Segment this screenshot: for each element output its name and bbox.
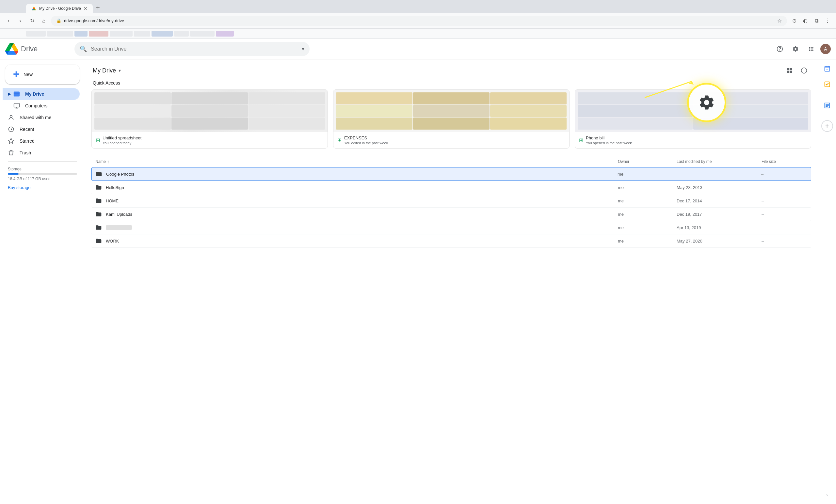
search-input[interactable] <box>91 46 298 52</box>
sidebar-item-label-recent: Recent <box>20 127 34 132</box>
my-drive-icon <box>13 91 20 97</box>
forward-button[interactable]: › <box>16 16 25 25</box>
new-plus-icon: ✚ <box>13 70 20 79</box>
sheets-icon-1: ⊞ <box>337 137 342 143</box>
file-row-kami-uploads[interactable]: Kami Uploads me Dec 19, 2017 – <box>92 208 811 221</box>
owner-column-label: Owner <box>618 159 677 164</box>
file-owner-hellosign: me <box>618 185 677 190</box>
sidebar-item-recent[interactable]: Recent <box>3 123 80 135</box>
file-row-work[interactable]: WORK me May 27, 2020 – <box>92 234 811 248</box>
card-info-1: ⊞ EXPENSES You edited in the past week <box>334 132 569 148</box>
sidebar-item-trash[interactable]: Trash <box>3 147 80 159</box>
search-bar: 🔍 ▾ <box>74 42 309 56</box>
bookmark-item-1[interactable] <box>26 31 46 37</box>
storage-used-text: 18.4 GB of 117 GB used <box>8 177 77 181</box>
more-menu-button[interactable]: ⋮ <box>823 16 832 25</box>
reload-button[interactable]: ↻ <box>27 16 37 25</box>
card-meta-0: You opened today <box>102 141 324 145</box>
sidebar-item-shared-with-me[interactable]: Shared with me <box>3 112 80 123</box>
right-panel: 31 + › <box>818 59 836 504</box>
shared-with-me-icon <box>8 114 14 121</box>
my-drive-expand-icon: ▶ <box>8 92 11 96</box>
card-info-2: ⊞ Phone bill You opened in the past week <box>575 132 811 148</box>
extensions-button[interactable]: ⧉ <box>812 16 821 25</box>
computers-icon <box>13 102 20 109</box>
tab-title: My Drive - Google Drive <box>39 6 81 11</box>
avatar[interactable]: A <box>820 44 831 54</box>
file-row-hellosign[interactable]: HelloSign me May 23, 2013 – <box>92 181 811 194</box>
bookmark-item-3[interactable] <box>74 31 88 37</box>
right-panel-notes-button[interactable] <box>821 99 834 112</box>
file-modified-blurred: Apr 13, 2019 <box>677 225 762 230</box>
app-header: Drive 🔍 ▾ A <box>0 39 836 59</box>
header-actions: A <box>773 42 831 56</box>
sidebar-item-computers[interactable]: ▶ Computers <box>3 100 80 112</box>
grid-view-button[interactable] <box>784 65 796 76</box>
file-size-column-label: File size <box>762 159 807 164</box>
sidebar-item-label-trash: Trash <box>20 150 31 155</box>
card-meta-2: You opened in the past week <box>586 141 807 145</box>
bookmark-item-9[interactable] <box>190 31 214 37</box>
sidebar-divider <box>8 161 77 161</box>
card-name-0: Untitled spreadsheet <box>102 135 324 140</box>
search-dropdown-button[interactable]: ▾ <box>302 46 304 52</box>
active-tab[interactable]: My Drive - Google Drive ✕ <box>26 4 93 13</box>
info-button[interactable] <box>798 65 810 76</box>
right-panel-tasks-button[interactable] <box>821 78 834 91</box>
bookmark-item-2[interactable] <box>47 31 73 37</box>
svg-point-1 <box>779 50 780 51</box>
card-text-2: Phone bill You opened in the past week <box>586 135 807 145</box>
quick-access-card-2[interactable]: ⊞ Phone bill You opened in the past week <box>575 90 811 149</box>
bookmark-item-10[interactable] <box>216 31 234 37</box>
profile-button[interactable]: ◐ <box>801 16 810 25</box>
file-size-google-photos: – <box>761 172 807 177</box>
drive-title-dropdown-button[interactable]: ▾ <box>118 68 121 73</box>
file-modified-work: May 27, 2020 <box>677 239 762 244</box>
new-tab-button[interactable]: + <box>93 3 103 13</box>
sidebar-item-starred[interactable]: Starred <box>3 135 80 147</box>
bookmark-item-8[interactable] <box>174 31 189 37</box>
card-preview-1 <box>334 90 569 132</box>
bookmark-item-4[interactable] <box>89 31 109 37</box>
quick-access-card-0[interactable]: ⊞ Untitled spreadsheet You opened today <box>92 90 328 149</box>
sidebar-item-my-drive[interactable]: ▶ My Drive <box>3 88 80 100</box>
file-owner-google-photos: me <box>618 172 676 177</box>
svg-text:31: 31 <box>826 69 828 71</box>
bookmark-star[interactable]: ☆ <box>777 18 782 24</box>
file-row-google-photos[interactable]: Google Photos me – <box>92 167 811 181</box>
right-panel-expand-button[interactable]: › <box>821 488 834 501</box>
right-panel-calendar-button[interactable]: 31 <box>821 62 834 75</box>
settings-icon[interactable] <box>789 42 802 56</box>
sidebar-item-label-computers: Computers <box>25 103 48 109</box>
new-button[interactable]: ✚ New <box>5 65 80 84</box>
home-button[interactable]: ⌂ <box>39 16 48 25</box>
file-owner-kami-uploads: me <box>618 212 677 217</box>
buy-storage-button[interactable]: Buy storage <box>3 182 82 193</box>
support-icon[interactable] <box>773 42 786 56</box>
bookmarks-bar <box>0 29 836 39</box>
bookmark-item-6[interactable] <box>134 31 150 37</box>
app-container: Drive 🔍 ▾ A ✚ New <box>0 39 836 504</box>
bookmark-item-5[interactable] <box>110 31 133 37</box>
svg-point-5 <box>10 115 13 117</box>
address-bar[interactable]: 🔒 drive.google.com/drive/my-drive ☆ <box>51 16 787 26</box>
cast-button[interactable]: ⊙ <box>790 16 799 25</box>
quick-access-card-1[interactable]: ⊞ EXPENSES You edited in the past week <box>333 90 570 149</box>
new-button-label: New <box>23 72 33 77</box>
file-row-blurred-folder[interactable]: me Apr 13, 2019 – <box>92 221 811 234</box>
file-row-home[interactable]: HOME me Dec 17, 2014 – <box>92 194 811 208</box>
name-column-label: Name <box>95 159 106 164</box>
bookmark-item-7[interactable] <box>152 31 173 37</box>
app-logo[interactable]: Drive <box>5 42 71 56</box>
name-sort-header[interactable]: Name ↑ <box>95 159 618 164</box>
right-panel-add-button[interactable]: + <box>821 120 833 132</box>
file-size-work: – <box>762 239 807 244</box>
svg-rect-3 <box>14 93 20 94</box>
file-size-kami-uploads: – <box>762 212 807 217</box>
file-name-cell-kami-uploads: Kami Uploads <box>95 211 618 217</box>
apps-icon[interactable] <box>805 42 818 56</box>
tab-close-button[interactable]: ✕ <box>83 6 88 11</box>
back-button[interactable]: ‹ <box>4 16 13 25</box>
folder-icon-home <box>95 197 102 204</box>
card-text-1: EXPENSES You edited in the past week <box>344 135 565 145</box>
